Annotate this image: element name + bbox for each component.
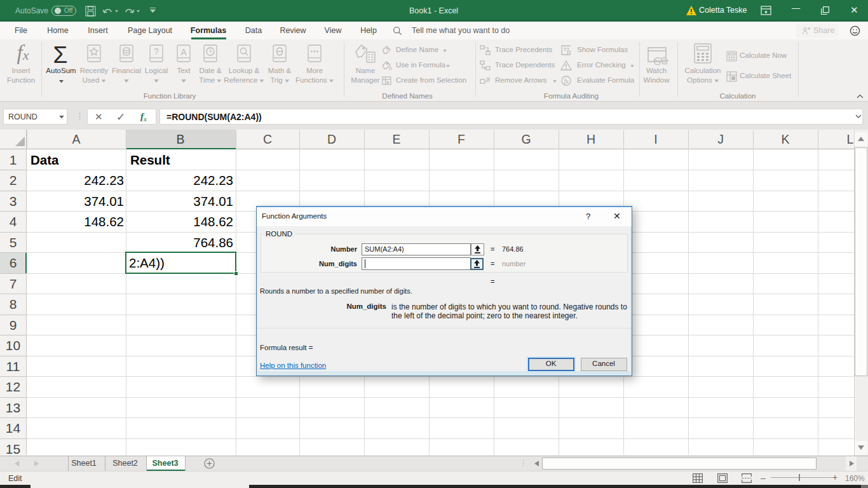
svg-text:?: ? xyxy=(154,46,159,57)
svg-text:A: A xyxy=(180,47,187,57)
svg-text:fx: fx xyxy=(567,48,572,55)
svg-text:fx: fx xyxy=(389,65,392,71)
svg-text:fx: fx xyxy=(564,78,569,85)
